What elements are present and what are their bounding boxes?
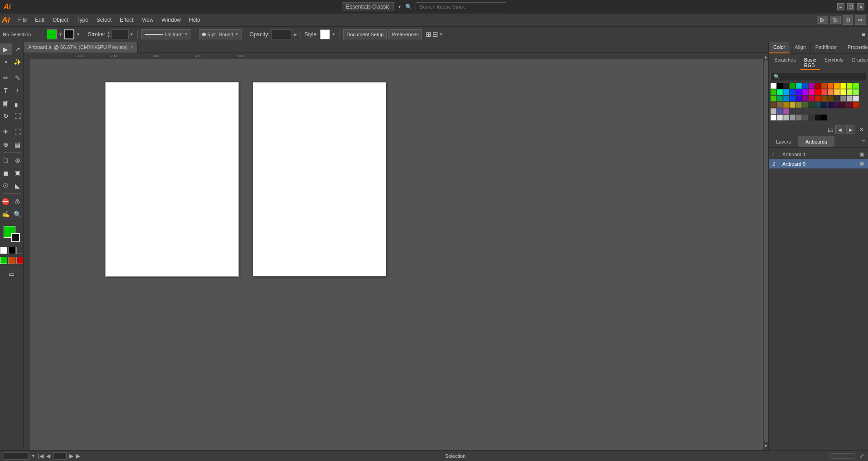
stroke-color-swatch[interactable] (64, 29, 74, 39)
zoom-dropdown-arrow[interactable]: ▼ (31, 454, 35, 458)
color-swatch[interactable] (840, 83, 846, 89)
color-swatch[interactable] (777, 89, 783, 95)
color-swatch[interactable] (821, 102, 827, 108)
color-swatch[interactable] (834, 83, 840, 89)
free-transform-tool[interactable]: ⛶ (12, 126, 24, 138)
color-swatch[interactable] (783, 96, 789, 101)
shape-builder-tool[interactable]: ☉ (0, 180, 12, 192)
arrange-icon-1[interactable]: ⊞ (426, 30, 432, 38)
color-swatch[interactable] (802, 102, 808, 108)
color-swatch[interactable] (771, 115, 776, 120)
tab-color[interactable]: Color (769, 42, 790, 53)
color-swatch[interactable] (834, 96, 840, 101)
mesh-tool[interactable]: ▣ (12, 167, 24, 179)
color-swatch[interactable] (790, 115, 795, 120)
color-swatch[interactable] (771, 83, 776, 89)
opacity-arrow[interactable]: ▶ (294, 32, 297, 37)
eyedropper-tool[interactable]: ⛔ (0, 196, 12, 207)
panel-options-icon[interactable]: ≡ (862, 31, 865, 38)
page-number-input[interactable]: 2 (53, 452, 67, 460)
nav-prev-button[interactable]: ◀ (46, 453, 50, 459)
layers-panel-menu[interactable]: ≡ (859, 136, 868, 147)
artboard-canvas[interactable] (30, 59, 763, 450)
color-swatch[interactable] (840, 102, 846, 108)
layers-tab-layers[interactable]: Layers (769, 136, 798, 147)
menu-effect[interactable]: Effect (116, 15, 137, 25)
pen-icon[interactable]: ✏ (855, 15, 866, 25)
restore-button[interactable]: ❐ (847, 3, 854, 10)
color-swatch[interactable] (777, 83, 783, 89)
color-swatch[interactable] (828, 89, 834, 95)
color-swatch[interactable] (815, 115, 821, 120)
pen-tool[interactable]: ✏ (0, 72, 12, 84)
color-swatch[interactable] (790, 102, 795, 108)
menu-help[interactable]: Help (185, 15, 204, 25)
rectangle-tool[interactable]: ▣ (0, 97, 12, 109)
canvas-area[interactable]: Artboard.ai @ 66.67% (CMYK/GPU Preview) … (24, 42, 768, 450)
color-subtab-symbols[interactable]: Symbols (821, 56, 847, 70)
color-swatch[interactable] (815, 102, 821, 108)
pencil-tool[interactable]: ✎ (12, 72, 24, 84)
color-swatch[interactable] (809, 96, 815, 101)
color-swatch[interactable] (777, 102, 783, 108)
color-swatch[interactable] (840, 96, 846, 101)
color-swatch[interactable] (815, 83, 821, 89)
opacity-input[interactable]: 100% (272, 29, 292, 39)
color-swatch[interactable] (834, 102, 840, 108)
color-swatch[interactable] (796, 115, 802, 120)
color-option-2[interactable] (8, 247, 15, 254)
document-tab[interactable]: Artboard.ai @ 66.67% (CMYK/GPU Preview) … (24, 42, 138, 53)
stroke-dropdown-arrow[interactable]: ▼ (76, 32, 80, 37)
color-swatch[interactable] (783, 102, 789, 108)
color-swatch[interactable] (853, 96, 859, 101)
color-subtab-gradient[interactable]: Gradient (848, 56, 868, 70)
color-swatch[interactable] (847, 96, 853, 101)
color-swatch[interactable] (821, 89, 827, 95)
menu-object[interactable]: Object (49, 15, 72, 25)
color-swatch[interactable] (847, 89, 853, 95)
expand-icon[interactable]: ⤢ (859, 452, 864, 460)
color-swatch[interactable] (853, 83, 859, 89)
nav-last-button[interactable]: ▶| (76, 453, 82, 459)
color-swatch[interactable] (777, 96, 783, 101)
color-swatch[interactable] (840, 89, 846, 95)
color-subtab-swatches[interactable]: Swatches (771, 56, 800, 70)
artboard-tool[interactable]: □ (0, 154, 12, 166)
style-arrow[interactable]: ▼ (332, 32, 336, 37)
rotate-tool[interactable]: ↻ (0, 110, 12, 122)
symbol-sprayer[interactable]: ⊕ (0, 139, 12, 150)
color-mode-3[interactable] (16, 257, 24, 264)
color-swatch[interactable] (777, 115, 783, 120)
nav-first-button[interactable]: |◀ (38, 453, 44, 459)
color-swatch[interactable] (783, 115, 789, 120)
tab-properties[interactable]: Properties (843, 42, 868, 53)
color-swatch[interactable] (771, 102, 776, 108)
menu-view[interactable]: View (138, 15, 157, 25)
color-swatch[interactable] (809, 115, 815, 120)
color-swatch[interactable] (790, 89, 795, 95)
scroll-thumb[interactable] (764, 60, 768, 442)
scroll-up-arrow[interactable]: ▲ (764, 54, 768, 59)
type-tool[interactable]: T (0, 85, 12, 96)
scale-tool[interactable]: ⛶ (12, 110, 24, 122)
color-swatch[interactable] (783, 89, 789, 95)
zoom-tool[interactable]: 🔍 (12, 208, 24, 220)
color-swatch[interactable] (834, 89, 840, 95)
artboard-copy-icon-2[interactable]: ▣ (860, 161, 864, 167)
color-swatch[interactable] (796, 96, 802, 101)
gradient-tool[interactable]: ◼ (0, 167, 12, 179)
stroke-up-arrow[interactable]: ▲ (107, 30, 111, 34)
color-swatch[interactable] (796, 89, 802, 95)
blend-tool[interactable]: ♳ (12, 196, 24, 207)
arrange-icon-2[interactable]: ⊟ (432, 30, 438, 38)
color-swatch[interactable] (828, 83, 834, 89)
close-button[interactable]: ✕ (857, 3, 864, 10)
stroke-width-input[interactable]: 1 pt (112, 29, 129, 39)
menu-select[interactable]: Select (93, 15, 115, 25)
color-swatch[interactable] (771, 96, 776, 101)
artboard-list-item-2[interactable]: 2 Artboard 9 ▣ (769, 159, 868, 168)
color-swatch[interactable] (809, 89, 815, 95)
menu-file[interactable]: File (15, 15, 30, 25)
stroke-down-arrow[interactable]: ▼ (107, 34, 111, 38)
color-swatch[interactable] (777, 108, 783, 114)
